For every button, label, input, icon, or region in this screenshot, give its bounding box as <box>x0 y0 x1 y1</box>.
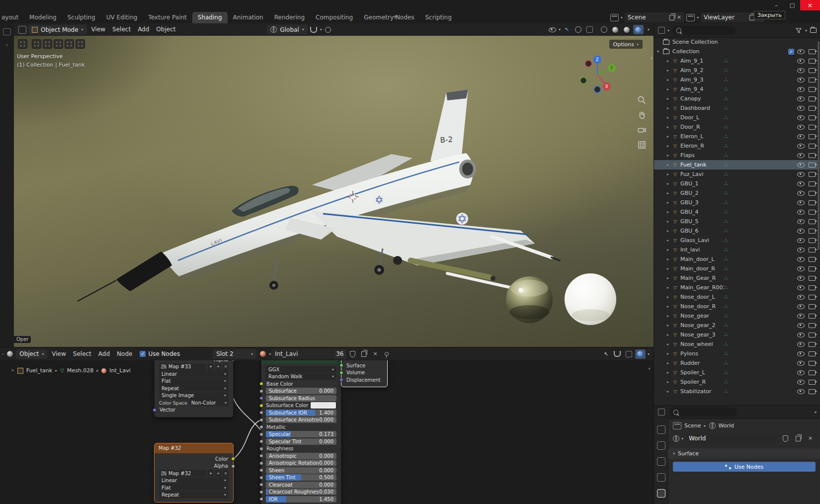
node-header[interactable]: Map #32 <box>155 443 233 453</box>
object-name[interactable]: GBU_1 <box>680 180 724 187</box>
node-socket[interactable] <box>259 382 263 386</box>
workspace-tab[interactable]: Rendering <box>269 12 310 23</box>
object-name[interactable]: Nose_door_L <box>680 294 724 300</box>
disable-render-toggle[interactable] <box>809 181 816 186</box>
outliner-object-row[interactable]: ▸ ▽ Aim_9_2 ∴ <box>654 66 820 75</box>
navigation-gizmo[interactable]: Z Y X <box>580 56 616 93</box>
properties-search[interactable] <box>669 408 737 417</box>
hide-viewport-toggle[interactable] <box>797 181 805 186</box>
expand-arrow-icon[interactable]: ▸ <box>667 200 673 205</box>
select-circle-button[interactable] <box>43 39 52 49</box>
node-row[interactable]: Specular Tint Specular Tint Specular Tin… <box>266 438 336 445</box>
node-row[interactable]: Linear Linear Linear▾ Linear Linear <box>159 371 229 377</box>
object-name[interactable]: GBU_3 <box>680 199 724 206</box>
collapse-arrow-icon[interactable]: ▾ <box>657 49 663 54</box>
workspace-tab[interactable]: Animation <box>228 12 269 23</box>
object-name[interactable]: Aim_9_3 <box>680 77 724 83</box>
node-socket[interactable] <box>259 490 263 494</box>
expand-arrow-icon[interactable]: ▸ <box>667 115 673 120</box>
menu-item[interactable]: Node <box>113 348 136 360</box>
node-dropdown[interactable]: Flat▾ <box>159 378 229 385</box>
expand-arrow-icon[interactable]: ▸ <box>667 191 673 195</box>
disable-render-toggle[interactable] <box>809 191 816 196</box>
menu-item[interactable]: Select <box>109 23 134 36</box>
node-socket[interactable] <box>153 408 157 412</box>
node-dropdown[interactable]: GGX▾ <box>266 366 336 373</box>
object-name[interactable]: Main_door_L <box>680 256 724 262</box>
expand-arrow-icon[interactable]: ▸ <box>667 134 673 139</box>
expand-icon[interactable]: > <box>11 368 14 373</box>
object-name[interactable]: GBU_5 <box>680 218 724 225</box>
expand-arrow-icon[interactable]: ▸ <box>667 295 673 299</box>
object-name[interactable]: Nose_wheel <box>680 341 724 347</box>
disable-render-toggle[interactable] <box>809 333 816 337</box>
hide-viewport-toggle[interactable] <box>797 295 805 300</box>
object-name[interactable]: GBU_6 <box>680 228 724 234</box>
disable-render-toggle[interactable] <box>809 323 816 328</box>
node-socket[interactable] <box>339 378 343 382</box>
outliner-object-row[interactable]: ▸ ▽ Main_Gear_R ∴ <box>654 273 820 283</box>
node-header[interactable] <box>261 360 341 364</box>
menu-item[interactable]: Add <box>95 348 113 360</box>
node-row[interactable]: Repeat Repeat Repeat▾ Repeat Repeat <box>159 385 229 392</box>
outliner-object-row[interactable]: ▸ ▽ GBU_1 ∴ <box>654 179 820 188</box>
node-socket[interactable] <box>259 418 263 422</box>
xray-toggle[interactable] <box>584 25 595 34</box>
node-row[interactable]: Alpha Alpha Alpha▾ Alpha Alpha <box>159 360 229 363</box>
hide-viewport-toggle[interactable] <box>797 370 805 375</box>
expand-arrow-icon[interactable]: ▸ <box>667 257 673 261</box>
node-socket[interactable] <box>231 457 235 461</box>
new-scene-icon[interactable] <box>669 15 674 20</box>
unlink-scene-icon[interactable]: × <box>677 15 681 20</box>
node-socket[interactable] <box>339 371 343 375</box>
node-dropdown[interactable]: Repeat▾ <box>159 385 229 392</box>
outliner-object-row[interactable]: ▸ ▽ Fuz_Lavi ∴ <box>654 169 820 179</box>
disable-render-toggle[interactable] <box>809 380 816 385</box>
expand-arrow-icon[interactable]: ▸ <box>667 370 673 375</box>
new-collection-icon[interactable] <box>808 26 819 35</box>
mode-dropdown[interactable]: Object Mode ▾ <box>28 25 87 34</box>
node-row[interactable]: Map #33 Map #33 Map #33▾ Map #33 Map #33 <box>159 363 229 370</box>
node-socket[interactable] <box>259 483 263 487</box>
workspace-tab[interactable]: Texture Paint <box>143 12 192 23</box>
pan-hand-icon[interactable] <box>637 110 647 120</box>
expand-arrow-icon[interactable]: ▸ <box>667 266 673 271</box>
add-workspace-button[interactable]: + <box>389 13 402 20</box>
editor-type-dropdown[interactable] <box>17 25 27 34</box>
viewport-3d[interactable]: B-2 <box>14 36 654 347</box>
collection-checkbox[interactable]: ✓ <box>788 49 794 55</box>
object-name[interactable]: Canopy <box>680 95 724 102</box>
surface-section-header[interactable]: ▾ Surface <box>668 448 820 459</box>
node-row[interactable]: Color Space Color Space Color Space▾ Col… <box>159 400 229 406</box>
hide-viewport-toggle[interactable] <box>797 134 805 139</box>
node-slider[interactable]: Subsurface Anisotropy0.000 <box>266 417 336 423</box>
node-row[interactable]: Specular Specular Specular▾ Specular0.17… <box>266 431 336 437</box>
tweak-tool-button[interactable] <box>18 39 27 49</box>
object-name[interactable]: Nose_gear_2 <box>680 322 724 329</box>
object-name[interactable]: Main_door_R <box>680 265 724 272</box>
hide-viewport-toggle[interactable] <box>797 361 805 366</box>
disable-render-toggle[interactable] <box>809 49 816 54</box>
sidebar-toggle-icon[interactable]: ‹ <box>651 55 653 61</box>
node-row[interactable]: Metallic Metallic Metallic▾ Metallic Met… <box>266 424 336 430</box>
principled-bsdf-node[interactable]: GGX GGX GGX▾ GGX GGX <box>261 360 341 504</box>
render-tab-icon[interactable] <box>657 441 665 450</box>
node-row[interactable]: Clearcoat Clearcoat Clearcoat▾ Clearcoat… <box>266 482 336 488</box>
chevron-down-icon[interactable]: ▾ <box>621 15 623 20</box>
object-name[interactable]: Spoiler_R <box>680 379 724 385</box>
outliner-object-row[interactable]: ▸ ▽ Fuel_tank ∴ <box>654 160 820 169</box>
camera-view-icon[interactable] <box>637 125 647 135</box>
node-editor-canvas[interactable]: > Fuel_tank ▸ ▽ Mesh.028 ▸ Int_Lavi <box>0 360 654 504</box>
node-row[interactable]: Linear Linear Linear▾ Linear Linear <box>159 477 229 484</box>
disable-render-toggle[interactable] <box>809 389 816 394</box>
collapsed-toolbar-strip[interactable]: ‹ <box>0 23 14 347</box>
expand-arrow-icon[interactable]: ▸ <box>667 87 673 91</box>
chevron-down-icon[interactable]: ▾ <box>815 410 817 415</box>
collection-row[interactable]: ▾ Collection ✓ <box>654 47 820 56</box>
node-row[interactable]: IOR IOR IOR▾ IOR1.450 IOR <box>266 496 336 503</box>
node-row[interactable]: Alpha Alpha Alpha▾ Alpha Alpha <box>159 463 229 469</box>
filter-funnel-icon[interactable] <box>794 26 804 35</box>
workspace-tab[interactable]: Modeling <box>24 12 62 23</box>
object-name[interactable]: Rudder <box>680 360 724 366</box>
node-dropdown[interactable]: Linear▾ <box>159 477 229 484</box>
